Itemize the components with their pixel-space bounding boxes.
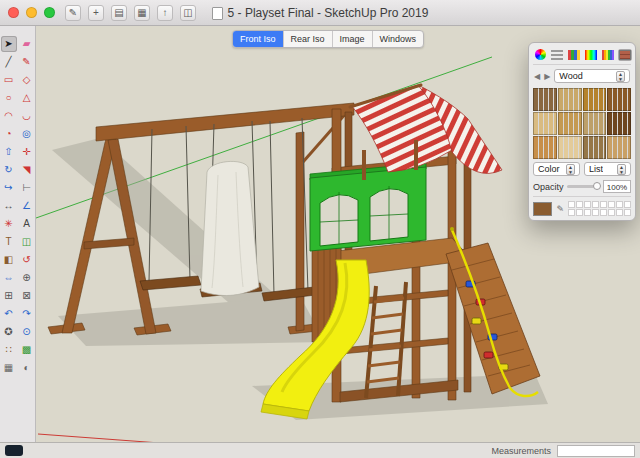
material-swatch-9[interactable]: [558, 136, 582, 159]
zoom-button[interactable]: [44, 7, 55, 18]
material-swatch-3[interactable]: [607, 88, 631, 111]
mini-swatch-15[interactable]: [624, 209, 631, 216]
material-swatch-5[interactable]: [558, 112, 582, 135]
mini-swatch-10[interactable]: [584, 209, 591, 216]
scene-tab-windows[interactable]: Windows: [373, 31, 424, 47]
rectangle-tool[interactable]: ▭: [1, 72, 17, 88]
polygon-tool[interactable]: △: [19, 90, 35, 106]
edit-icon[interactable]: ✎: [65, 5, 81, 21]
select-tool[interactable]: ➤: [1, 36, 17, 52]
offset-tool[interactable]: ◎: [19, 126, 35, 142]
mini-swatch-14[interactable]: [616, 209, 623, 216]
rotated-rectangle-tool[interactable]: ◇: [19, 72, 35, 88]
color-sliders-icon: [551, 50, 563, 60]
shadows-tool[interactable]: ◐: [19, 360, 35, 376]
tape-measure-tool[interactable]: ⊢: [19, 180, 35, 196]
scene-tab-rear-iso[interactable]: Rear Iso: [284, 31, 333, 47]
circle-tool[interactable]: ○: [1, 90, 17, 106]
rotate-tool[interactable]: ↻: [1, 162, 17, 178]
orbit-tool[interactable]: ↺: [19, 252, 35, 268]
mini-swatch-11[interactable]: [592, 209, 599, 216]
mini-swatch-9[interactable]: [576, 209, 583, 216]
section-fill-tool[interactable]: ▩: [19, 342, 35, 358]
paint-bucket-tool[interactable]: ◧: [1, 252, 17, 268]
material-swatch-6[interactable]: [583, 112, 607, 135]
back-arrow-icon[interactable]: ◀: [534, 72, 540, 81]
opacity-slider-knob[interactable]: [593, 182, 601, 190]
section-plane-tool[interactable]: ◫: [19, 234, 35, 250]
opacity-slider[interactable]: [567, 185, 600, 188]
windows-icon[interactable]: ◫: [180, 5, 196, 21]
walk-tool[interactable]: ∷: [1, 342, 17, 358]
previous-view-tool[interactable]: ↶: [1, 306, 17, 322]
material-swatch-10[interactable]: [583, 136, 607, 159]
mini-swatch-1[interactable]: [576, 201, 583, 208]
traffic-lights: [8, 7, 55, 18]
pan-tool[interactable]: ⇔: [1, 270, 17, 286]
mini-swatch-0[interactable]: [568, 201, 575, 208]
3d-text-tool[interactable]: T: [1, 234, 17, 250]
material-swatch-0[interactable]: [533, 88, 557, 111]
mini-swatch-4[interactable]: [600, 201, 607, 208]
material-swatch-2[interactable]: [583, 88, 607, 111]
measurements-input[interactable]: [557, 445, 635, 457]
follow-me-tool[interactable]: ↪: [1, 180, 17, 196]
mini-swatch-8[interactable]: [568, 209, 575, 216]
color-sliders-tab[interactable]: [550, 49, 564, 61]
eraser-tool[interactable]: ▰: [19, 36, 35, 52]
paint-sample-icon[interactable]: ✎: [556, 204, 564, 214]
pie-tool[interactable]: ◔: [1, 126, 17, 142]
scene-tab-front-iso[interactable]: Front Iso: [233, 31, 284, 47]
material-swatch-4[interactable]: [533, 112, 557, 135]
help-context-icon[interactable]: [5, 445, 23, 456]
crayons-tab[interactable]: [601, 49, 615, 61]
mini-swatch-3[interactable]: [592, 201, 599, 208]
material-swatch-11[interactable]: [607, 136, 631, 159]
mini-swatch-5[interactable]: [608, 201, 615, 208]
mini-swatch-2[interactable]: [584, 201, 591, 208]
textures-tab[interactable]: [618, 49, 632, 61]
next-view-tool[interactable]: ↷: [19, 306, 35, 322]
color-dropdown[interactable]: Color ▲▼: [533, 162, 580, 176]
active-material-swatch[interactable]: [533, 202, 552, 216]
zoom-extents-tool[interactable]: ⊠: [19, 288, 35, 304]
line-tool[interactable]: ╱: [1, 54, 17, 70]
model-canvas[interactable]: Front IsoRear IsoImageWindows ◀ ▶ Wood ▲…: [36, 26, 640, 442]
color-wheel-tab[interactable]: [534, 48, 547, 61]
axes-tool[interactable]: ✳: [1, 216, 17, 232]
text-tool[interactable]: A: [19, 216, 35, 232]
protractor-tool[interactable]: ∠: [19, 198, 35, 214]
scene-tab-image[interactable]: Image: [333, 31, 373, 47]
forward-arrow-icon[interactable]: ▶: [544, 72, 550, 81]
arc-tool[interactable]: ◠: [1, 108, 17, 124]
material-swatch-1[interactable]: [558, 88, 582, 111]
layers-icon[interactable]: ▤: [111, 5, 127, 21]
freehand-tool[interactable]: ✎: [19, 54, 35, 70]
x-ray-tool[interactable]: ▦: [1, 360, 17, 376]
scale-tool[interactable]: ◥: [19, 162, 35, 178]
material-swatch-7[interactable]: [607, 112, 631, 135]
mini-swatch-13[interactable]: [608, 209, 615, 216]
close-button[interactable]: [8, 7, 19, 18]
zoom-tool[interactable]: ⊕: [19, 270, 35, 286]
add-icon[interactable]: +: [88, 5, 104, 21]
panels-icon[interactable]: ▦: [134, 5, 150, 21]
look-around-tool[interactable]: ⊙: [19, 324, 35, 340]
green-window-panel[interactable]: [310, 163, 426, 251]
color-palettes-tab[interactable]: [567, 49, 581, 61]
minimize-button[interactable]: [26, 7, 37, 18]
mini-swatch-7[interactable]: [624, 201, 631, 208]
mini-swatch-6[interactable]: [616, 201, 623, 208]
position-camera-tool[interactable]: ✪: [1, 324, 17, 340]
collection-dropdown[interactable]: Wood ▲▼: [554, 69, 630, 83]
two-point-arc-tool[interactable]: ◡: [19, 108, 35, 124]
image-palettes-tab[interactable]: [584, 49, 598, 61]
list-dropdown[interactable]: List ▲▼: [584, 162, 631, 176]
zoom-window-tool[interactable]: ⊞: [1, 288, 17, 304]
mini-swatch-12[interactable]: [600, 209, 607, 216]
share-icon[interactable]: ↑: [157, 5, 173, 21]
material-swatch-8[interactable]: [533, 136, 557, 159]
move-tool[interactable]: ✛: [19, 144, 35, 160]
dimensions-tool[interactable]: ↔: [1, 198, 17, 214]
push-pull-tool[interactable]: ⇧: [1, 144, 17, 160]
